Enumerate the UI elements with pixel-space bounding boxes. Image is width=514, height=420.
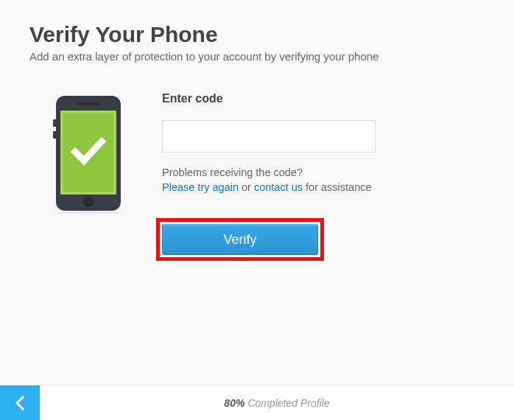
code-input[interactable] [162, 120, 376, 153]
help-text: Problems receiving the code? Please try … [162, 166, 390, 195]
verify-highlight: Verify [156, 218, 324, 261]
verify-button[interactable]: Verify [162, 224, 318, 255]
enter-code-label: Enter code [162, 92, 390, 105]
contact-us-link[interactable]: contact us [254, 181, 303, 193]
page-subtitle: Add an extra layer of protection to your… [29, 50, 485, 63]
back-button[interactable] [0, 385, 40, 420]
footer-bar: 80% Completed Profile [0, 385, 514, 420]
progress-label: Completed Profile [247, 397, 329, 409]
page-title: Verify Your Phone [29, 22, 485, 47]
try-again-link[interactable]: Please try again [162, 181, 239, 193]
assistance-text: for assistance [303, 181, 372, 193]
chevron-left-icon [15, 395, 25, 411]
svg-point-4 [83, 197, 94, 207]
svg-rect-1 [53, 119, 57, 127]
svg-point-7 [56, 211, 121, 214]
or-text: or [239, 181, 254, 193]
svg-rect-2 [53, 131, 57, 139]
progress-percent: 80% [224, 397, 244, 409]
problems-text: Problems receiving the code? [162, 167, 303, 178]
svg-rect-3 [77, 102, 100, 105]
phone-verified-icon [52, 92, 133, 217]
